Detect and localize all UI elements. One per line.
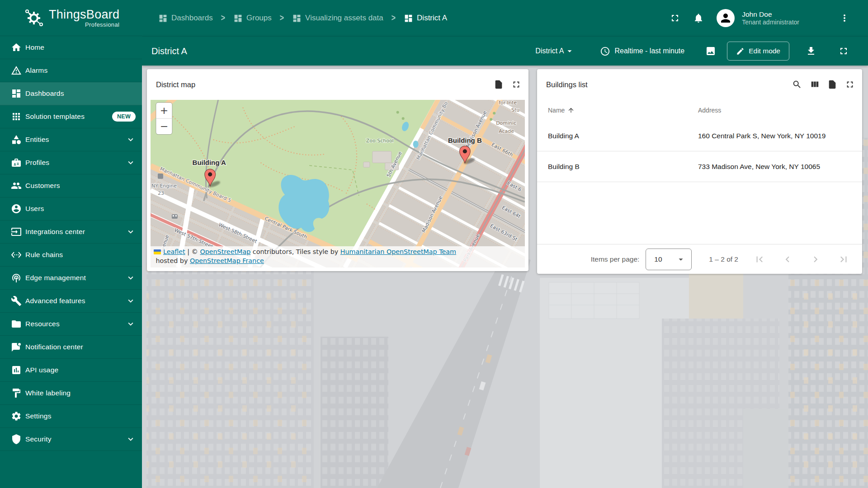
sidebar-item-settings[interactable]: Settings [0, 405, 142, 428]
state-selector[interactable]: District A [535, 46, 575, 56]
dashboard-icon [404, 14, 413, 23]
map-label: Stu [511, 107, 519, 113]
column-header-address[interactable]: Address [698, 107, 862, 114]
map-label: NY Engine [151, 183, 177, 189]
map-label: for Inte [499, 100, 517, 106]
zoom-in-button[interactable]: + [160, 105, 168, 117]
table-row[interactable]: Building A 160 Central Park S, New York,… [537, 121, 862, 151]
breadcrumb-separator: > [221, 13, 225, 23]
kebab-icon[interactable] [839, 13, 850, 23]
search-icon[interactable] [792, 80, 802, 89]
column-header-name[interactable]: Name [548, 107, 698, 114]
sidebar-item-white-labeling[interactable]: White labeling [0, 382, 142, 405]
map-label: 23 [158, 190, 164, 196]
export-file-icon[interactable] [827, 80, 837, 89]
badge-icon [11, 157, 22, 168]
folder-icon [11, 319, 22, 329]
sidebar-item-notification-center[interactable]: Notification center [0, 336, 142, 359]
download-icon[interactable] [806, 46, 816, 56]
user-role: Tenant administrator [742, 19, 799, 27]
map-zoom-control: + − [156, 103, 172, 135]
clock-icon [600, 46, 610, 56]
fire-station-icon [158, 174, 163, 179]
sidebar-item-users[interactable]: Users [0, 197, 142, 221]
zoom-out-button[interactable]: − [160, 121, 168, 132]
items-per-page-label: Items per page: [591, 255, 640, 263]
sidebar: ThingsBoard Professional Home Alarms Das… [0, 0, 142, 488]
category-icon [11, 134, 22, 145]
caret-down-icon [676, 254, 686, 264]
dashboard-toolbar: District A District A Realtime - last mi… [142, 36, 868, 66]
page-title: District A [151, 46, 535, 56]
export-file-icon[interactable] [494, 80, 504, 89]
breadcrumb-district-a[interactable]: District A [404, 14, 447, 23]
pencil-icon [736, 47, 745, 56]
fullscreen-icon[interactable] [670, 13, 680, 23]
avatar[interactable] [717, 9, 735, 27]
fullscreen-icon[interactable] [511, 80, 521, 89]
warning-icon [11, 65, 22, 76]
user-menu[interactable]: John Doe Tenant administrator [742, 10, 799, 27]
chevron-down-icon [126, 135, 136, 145]
home-icon [11, 42, 22, 53]
sidebar-item-security[interactable]: Security [0, 428, 142, 451]
hot-link[interactable]: Humanitarian OpenStreetMap Team [340, 248, 456, 255]
next-page-icon[interactable] [810, 253, 821, 265]
bar-chart-icon [11, 365, 22, 375]
sidebar-item-profiles[interactable]: Profiles [0, 151, 142, 174]
first-page-icon[interactable] [754, 253, 765, 265]
page-size-select[interactable]: 10 [646, 249, 692, 270]
prev-page-icon[interactable] [782, 253, 793, 265]
breadcrumb-separator: > [280, 13, 284, 23]
sidebar-item-alarms[interactable]: Alarms [0, 59, 142, 82]
chevron-down-icon [126, 158, 136, 168]
osm-link[interactable]: OpenStreetMap [200, 248, 250, 255]
breadcrumb-dashboards[interactable]: Dashboards [158, 14, 213, 23]
caret-down-icon [565, 46, 575, 56]
osm-france-link[interactable]: OpenStreetMap France [190, 257, 264, 264]
shield-icon [11, 434, 22, 445]
map-canvas[interactable]: Manhattan Community Board 5 NY Engine 23… [151, 100, 525, 267]
table-row[interactable]: Building B 733 Madison Ave, New York, NY… [537, 151, 862, 182]
edit-mode-button[interactable]: Edit mode [727, 42, 789, 61]
breadcrumb-groups[interactable]: Groups [233, 14, 272, 23]
sidebar-item-home[interactable]: Home [0, 36, 142, 59]
dashboard-content: District map [142, 66, 868, 488]
cell-name: Building A [548, 132, 698, 140]
chevron-down-icon [126, 227, 136, 237]
map-label: Acade [499, 128, 514, 134]
leaflet-link[interactable]: Leaflet [163, 248, 185, 255]
timewindow-button[interactable]: Realtime - last minute [600, 46, 684, 56]
columns-icon[interactable] [810, 80, 820, 89]
rail-station-icon [172, 214, 178, 219]
map-label: Zoo School [366, 138, 394, 144]
breadcrumb-separator: > [392, 13, 396, 23]
sidebar-item-resources[interactable]: Resources [0, 313, 142, 336]
chat-notification-icon [11, 342, 22, 352]
chevron-down-icon [126, 273, 136, 283]
sidebar-item-rule-chains[interactable]: Rule chains [0, 244, 142, 267]
image-icon[interactable] [705, 46, 716, 56]
buildings-list-widget: Buildings list Name Address Building A 1… [537, 69, 862, 274]
sort-up-icon [567, 107, 575, 114]
bell-icon[interactable] [693, 13, 704, 23]
sidebar-item-edge-management[interactable]: Edge management [0, 267, 142, 290]
sidebar-item-api-usage[interactable]: API usage [0, 359, 142, 382]
sidebar-item-solution-templates[interactable]: Solution templatesNEW [0, 105, 142, 128]
sidebar-item-advanced-features[interactable]: Advanced features [0, 290, 142, 313]
sidebar-item-dashboards[interactable]: Dashboards [0, 82, 142, 105]
widget-title: Buildings list [546, 80, 792, 89]
breadcrumb-visualizing-assets-data[interactable]: Visualizing assets data [292, 14, 383, 23]
user-name: John Doe [742, 10, 799, 19]
app-name: ThingsBoard [49, 9, 119, 21]
gear-icon [11, 411, 22, 422]
sidebar-item-integrations-center[interactable]: Integrations center [0, 221, 142, 244]
district-map-widget: District map [147, 69, 528, 271]
app-logo[interactable]: ThingsBoard Professional [0, 0, 142, 36]
fullscreen-icon[interactable] [845, 80, 855, 89]
fullscreen-icon[interactable] [838, 46, 849, 56]
widget-title: District map [156, 80, 494, 89]
sidebar-item-customers[interactable]: Customers [0, 174, 142, 197]
sidebar-item-entities[interactable]: Entities [0, 128, 142, 151]
last-page-icon[interactable] [838, 253, 849, 265]
